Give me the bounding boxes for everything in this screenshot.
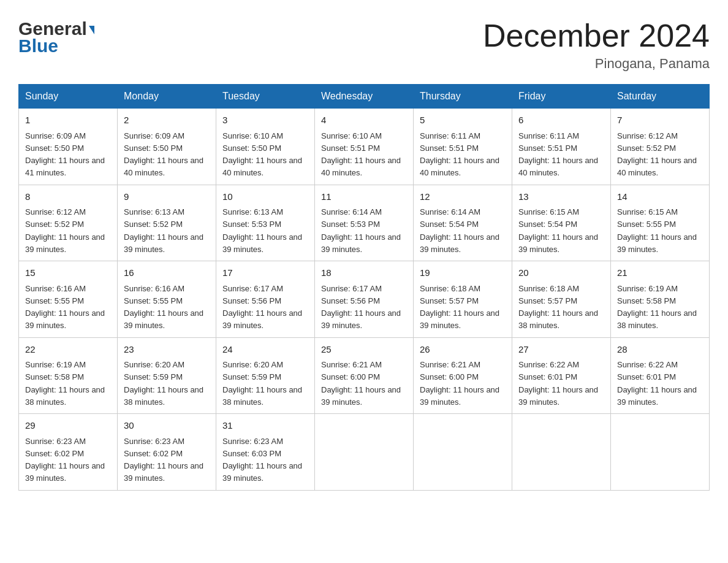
calendar-cell: 30Sunrise: 6:23 AMSunset: 6:02 PMDayligh… — [118, 414, 216, 491]
calendar-header-row: SundayMondayTuesdayWednesdayThursdayFrid… — [19, 85, 710, 109]
day-number: 19 — [420, 266, 506, 280]
header-saturday: Saturday — [611, 85, 710, 109]
calendar-cell: 1Sunrise: 6:09 AMSunset: 5:50 PMDaylight… — [19, 109, 118, 185]
calendar-cell: 25Sunrise: 6:21 AMSunset: 6:00 PMDayligh… — [315, 337, 414, 414]
day-number: 25 — [321, 343, 407, 357]
calendar-cell: 28Sunrise: 6:22 AMSunset: 6:01 PMDayligh… — [611, 337, 710, 414]
day-number: 22 — [25, 343, 111, 357]
day-info: Sunrise: 6:16 AMSunset: 5:55 PMDaylight:… — [25, 284, 105, 331]
day-number: 1 — [25, 113, 111, 128]
calendar-cell: 13Sunrise: 6:15 AMSunset: 5:54 PMDayligh… — [512, 185, 611, 261]
day-number: 17 — [222, 266, 308, 280]
day-number: 9 — [124, 190, 210, 204]
day-info: Sunrise: 6:22 AMSunset: 6:01 PMDaylight:… — [617, 360, 697, 407]
calendar-cell: 12Sunrise: 6:14 AMSunset: 5:54 PMDayligh… — [414, 185, 512, 261]
header-friday: Friday — [512, 85, 611, 109]
day-number: 12 — [420, 190, 506, 204]
calendar-cell: 19Sunrise: 6:18 AMSunset: 5:57 PMDayligh… — [414, 261, 512, 338]
week-row-5: 29Sunrise: 6:23 AMSunset: 6:02 PMDayligh… — [19, 414, 710, 491]
calendar-cell — [315, 414, 414, 491]
calendar-cell: 16Sunrise: 6:16 AMSunset: 5:55 PMDayligh… — [118, 261, 216, 338]
day-info: Sunrise: 6:15 AMSunset: 5:55 PMDaylight:… — [617, 207, 697, 254]
day-info: Sunrise: 6:17 AMSunset: 5:56 PMDaylight:… — [222, 284, 302, 331]
calendar-cell: 14Sunrise: 6:15 AMSunset: 5:55 PMDayligh… — [611, 185, 710, 261]
day-number: 26 — [420, 343, 506, 357]
calendar-table: SundayMondayTuesdayWednesdayThursdayFrid… — [18, 84, 710, 491]
day-number: 10 — [222, 190, 308, 204]
logo: General Blue — [18, 18, 94, 56]
main-title: December 2024 — [483, 18, 710, 53]
day-number: 29 — [25, 419, 111, 433]
day-info: Sunrise: 6:20 AMSunset: 5:59 PMDaylight:… — [222, 360, 302, 407]
calendar-cell: 26Sunrise: 6:21 AMSunset: 6:00 PMDayligh… — [414, 337, 512, 414]
day-info: Sunrise: 6:17 AMSunset: 5:56 PMDaylight:… — [321, 284, 401, 331]
day-info: Sunrise: 6:19 AMSunset: 5:58 PMDaylight:… — [25, 360, 105, 407]
week-row-3: 15Sunrise: 6:16 AMSunset: 5:55 PMDayligh… — [19, 261, 710, 338]
day-number: 3 — [222, 113, 308, 128]
day-info: Sunrise: 6:18 AMSunset: 5:57 PMDaylight:… — [420, 284, 499, 331]
header-wednesday: Wednesday — [315, 85, 414, 109]
day-number: 16 — [124, 266, 210, 280]
calendar-cell: 22Sunrise: 6:19 AMSunset: 5:58 PMDayligh… — [19, 337, 118, 414]
day-info: Sunrise: 6:15 AMSunset: 5:54 PMDaylight:… — [518, 207, 598, 254]
subtitle: Pinogana, Panama — [483, 56, 710, 72]
day-number: 20 — [518, 266, 604, 280]
day-number: 4 — [321, 113, 407, 128]
day-info: Sunrise: 6:20 AMSunset: 5:59 PMDaylight:… — [124, 360, 203, 407]
day-number: 14 — [617, 190, 703, 204]
day-info: Sunrise: 6:09 AMSunset: 5:50 PMDaylight:… — [124, 131, 203, 178]
calendar-cell: 7Sunrise: 6:12 AMSunset: 5:52 PMDaylight… — [611, 109, 710, 185]
day-info: Sunrise: 6:14 AMSunset: 5:54 PMDaylight:… — [420, 207, 499, 254]
calendar-cell: 17Sunrise: 6:17 AMSunset: 5:56 PMDayligh… — [216, 261, 315, 338]
day-info: Sunrise: 6:19 AMSunset: 5:58 PMDaylight:… — [617, 284, 697, 331]
calendar-cell: 20Sunrise: 6:18 AMSunset: 5:57 PMDayligh… — [512, 261, 611, 338]
page-header: General Blue December 2024 Pinogana, Pan… — [18, 18, 710, 72]
logo-triangle-icon — [89, 26, 94, 34]
day-info: Sunrise: 6:10 AMSunset: 5:51 PMDaylight:… — [321, 131, 401, 178]
day-number: 8 — [25, 190, 111, 204]
calendar-cell: 29Sunrise: 6:23 AMSunset: 6:02 PMDayligh… — [19, 414, 118, 491]
day-info: Sunrise: 6:09 AMSunset: 5:50 PMDaylight:… — [25, 131, 105, 178]
day-info: Sunrise: 6:23 AMSunset: 6:02 PMDaylight:… — [124, 437, 203, 483]
header-monday: Monday — [118, 85, 216, 109]
day-number: 15 — [25, 266, 111, 280]
calendar-cell: 18Sunrise: 6:17 AMSunset: 5:56 PMDayligh… — [315, 261, 414, 338]
calendar-cell: 24Sunrise: 6:20 AMSunset: 5:59 PMDayligh… — [216, 337, 315, 414]
header-sunday: Sunday — [19, 85, 118, 109]
calendar-cell — [414, 414, 512, 491]
header-tuesday: Tuesday — [216, 85, 315, 109]
calendar-cell: 2Sunrise: 6:09 AMSunset: 5:50 PMDaylight… — [118, 109, 216, 185]
day-info: Sunrise: 6:13 AMSunset: 5:52 PMDaylight:… — [124, 207, 203, 254]
calendar-cell — [611, 414, 710, 491]
day-info: Sunrise: 6:16 AMSunset: 5:55 PMDaylight:… — [124, 284, 203, 331]
calendar-cell: 9Sunrise: 6:13 AMSunset: 5:52 PMDaylight… — [118, 185, 216, 261]
day-number: 18 — [321, 266, 407, 280]
calendar-cell: 8Sunrise: 6:12 AMSunset: 5:52 PMDaylight… — [19, 185, 118, 261]
day-number: 6 — [518, 113, 604, 128]
day-info: Sunrise: 6:12 AMSunset: 5:52 PMDaylight:… — [617, 131, 697, 178]
day-number: 24 — [222, 343, 308, 357]
day-info: Sunrise: 6:12 AMSunset: 5:52 PMDaylight:… — [25, 207, 105, 254]
day-number: 30 — [124, 419, 210, 433]
calendar-cell: 10Sunrise: 6:13 AMSunset: 5:53 PMDayligh… — [216, 185, 315, 261]
logo-blue-text: Blue — [18, 36, 58, 56]
day-number: 5 — [420, 113, 506, 128]
day-info: Sunrise: 6:23 AMSunset: 6:03 PMDaylight:… — [222, 437, 302, 483]
week-row-2: 8Sunrise: 6:12 AMSunset: 5:52 PMDaylight… — [19, 185, 710, 261]
day-number: 27 — [518, 343, 604, 357]
day-info: Sunrise: 6:14 AMSunset: 5:53 PMDaylight:… — [321, 207, 401, 254]
calendar-cell — [512, 414, 611, 491]
day-info: Sunrise: 6:11 AMSunset: 5:51 PMDaylight:… — [420, 131, 499, 178]
week-row-1: 1Sunrise: 6:09 AMSunset: 5:50 PMDaylight… — [19, 109, 710, 185]
day-number: 23 — [124, 343, 210, 357]
header-thursday: Thursday — [414, 85, 512, 109]
calendar-cell: 21Sunrise: 6:19 AMSunset: 5:58 PMDayligh… — [611, 261, 710, 338]
day-number: 7 — [617, 113, 703, 128]
calendar-cell: 5Sunrise: 6:11 AMSunset: 5:51 PMDaylight… — [414, 109, 512, 185]
calendar-cell: 27Sunrise: 6:22 AMSunset: 6:01 PMDayligh… — [512, 337, 611, 414]
calendar-cell: 11Sunrise: 6:14 AMSunset: 5:53 PMDayligh… — [315, 185, 414, 261]
day-info: Sunrise: 6:10 AMSunset: 5:50 PMDaylight:… — [222, 131, 302, 178]
calendar-cell: 31Sunrise: 6:23 AMSunset: 6:03 PMDayligh… — [216, 414, 315, 491]
day-info: Sunrise: 6:22 AMSunset: 6:01 PMDaylight:… — [518, 360, 598, 407]
calendar-cell: 23Sunrise: 6:20 AMSunset: 5:59 PMDayligh… — [118, 337, 216, 414]
